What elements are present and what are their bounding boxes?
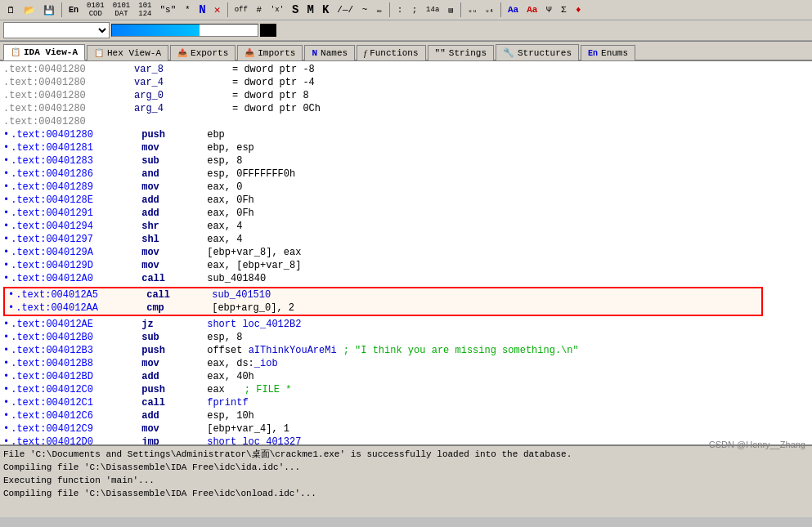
toolbar-btn-star[interactable]: * (181, 2, 194, 18)
toolbar-btn-5[interactable]: 0101COD (83, 2, 108, 18)
code-line-call-401840: • .text:004012A0 call sub_401840 (0, 272, 812, 285)
status-line-1: File 'C:\Documents and Settings\Administ… (3, 448, 809, 461)
code-line-mov-ebp: • .text:00401281 mov ebp, esp (0, 141, 812, 154)
toolbar-btn-struct[interactable]: ▤ (444, 2, 457, 18)
toolbar-btn-psi[interactable]: Ψ (542, 2, 555, 18)
tab-label-imports: Imports (258, 48, 295, 58)
toolbar-btn-dash[interactable]: /—/ (334, 2, 357, 18)
toolbar-btn-semi[interactable]: ; (408, 2, 421, 18)
toolbar-btn-S-big[interactable]: S (289, 2, 302, 18)
sep-4 (460, 2, 461, 17)
code-line-call-fprintf: • .text:004012C1 call fprintf (0, 396, 812, 409)
tab-icon-hex-view-a: 📋 (94, 48, 104, 58)
code-line-arg4: .text:00401280 arg_4 = dword ptr 0Ch (0, 102, 812, 115)
main-code-area[interactable]: .text:00401280 var_8 = dword ptr -8 .tex… (0, 61, 812, 445)
toolbar-btn-special[interactable]: ♦ (572, 2, 585, 18)
progress-indicator (260, 24, 276, 37)
toolbar-btn-14b[interactable]: ᵤ₄ (482, 2, 497, 18)
tab-label-exports: Exports (191, 48, 228, 58)
toolbar-btn-3[interactable]: 💾 (40, 2, 58, 18)
toolbar-btn-aa[interactable]: Aa (505, 2, 522, 18)
toolbar-btn-14a[interactable]: 14a (423, 2, 442, 18)
code-line-mov-var4-1: • .text:004012C9 mov [ebp+var_4], 1 (0, 422, 812, 435)
toolbar-btn-6[interactable]: 0101DAT (110, 2, 134, 18)
tab-icon-ida-view-a: 📋 (11, 47, 20, 57)
toolbar-area: 🗒 📂 💾 En 0101COD 0101DAT 101124 "s" * N … (0, 0, 812, 42)
function-dropdown[interactable] (3, 22, 110, 38)
tab-ida-view-a[interactable]: 📋 IDA View-A (3, 44, 85, 60)
toolbar-btn-off[interactable]: off (231, 2, 251, 18)
toolbar-btn-hash[interactable]: # (253, 2, 266, 18)
toolbar-btn-7[interactable]: 101124 (135, 2, 155, 18)
code-line-sub-esp: • .text:00401283 sub esp, 8 (0, 154, 812, 167)
tab-label-enums: Enums (601, 48, 628, 58)
watermark: CSDN @Henry__Zhang (709, 440, 805, 449)
status-line-4: Compiling file 'C:\Disassemble\IDA Free\… (3, 487, 809, 500)
tab-icon-names: N (312, 48, 317, 58)
code-line-push-offset: • .text:004012B3 push offset aIThinkYouA… (0, 344, 812, 357)
tab-exports[interactable]: 📤 Exports (170, 45, 236, 60)
code-line-sub-esp-8: • .text:004012B0 sub esp, 8 (0, 331, 812, 344)
code-line-and-esp: • .text:00401286 and esp, 0FFFFFFF0h (0, 167, 812, 181)
toolbar-btn-aa2[interactable]: Aa (523, 2, 541, 18)
tab-icon-structures: 🔧 (503, 47, 514, 58)
toolbar-btn-sigma[interactable]: Σ (557, 2, 570, 18)
status-line-2: Compiling file 'C:\Disassemble\IDA Free\… (3, 461, 809, 474)
toolbar-btn-s[interactable]: "s" (156, 2, 179, 18)
code-line-mov-eax-var8: • .text:0040129D mov eax, [ebp+var_8] (0, 259, 812, 272)
code-line-call-401510: • .text:004012A5 call sub_401510 (5, 288, 761, 301)
status-bar: File 'C:\Documents and Settings\Administ… (0, 445, 812, 517)
code-line-add-esp-10: • .text:004012C6 add esp, 10h (0, 409, 812, 422)
tab-structures[interactable]: 🔧 Structures (496, 44, 579, 60)
status-line-3: Executing function 'main'... (3, 474, 809, 487)
tab-label-strings: Strings (449, 48, 487, 58)
tab-functions[interactable]: f Functions (357, 45, 425, 60)
code-line-push-ebp: • .text:00401280 push ebp (0, 128, 812, 141)
toolbar-row-1: 🗒 📂 💾 En 0101COD 0101DAT 101124 "s" * N … (0, 0, 812, 20)
tab-icon-enums: En (588, 49, 598, 58)
code-line-empty: .text:00401280 (0, 115, 812, 128)
tab-label-hex-view-a: Hex View-A (107, 48, 161, 58)
toolbar-btn-n[interactable]: N (195, 2, 209, 18)
code-line-jmp-401327: • .text:004012D0 jmp short loc_401327 (0, 435, 812, 445)
toolbar-btn-tilde[interactable]: ~ (358, 2, 371, 18)
toolbar-btn-uu[interactable]: ᵤᵤ (464, 2, 480, 18)
tab-names[interactable]: N Names (304, 45, 355, 60)
code-line-push-eax: • .text:004012C0 push eax ; FILE * (0, 383, 812, 396)
code-line-add-eax-40h: • .text:004012BD add eax, 40h (0, 370, 812, 383)
sep-1 (61, 2, 62, 17)
tab-label-ida-view-a: IDA View-A (24, 47, 78, 57)
code-line-var4: .text:00401280 var_4 = dword ptr -4 (0, 76, 812, 89)
tab-label-structures: Structures (518, 48, 572, 58)
tab-hex-view-a[interactable]: 📋 Hex View-A (87, 45, 168, 60)
tab-icon-exports: 📤 (177, 48, 187, 58)
code-line-var8: .text:00401280 var_8 = dword ptr -8 (0, 63, 812, 76)
addr-var4: .text:00401280 (3, 76, 134, 89)
toolbar-btn-pen[interactable]: ✏ (373, 2, 386, 18)
addr-var8: .text:00401280 (3, 63, 134, 76)
tab-bar: 📋 IDA View-A 📋 Hex View-A 📤 Exports 📥 Im… (0, 42, 812, 61)
toolbar-btn-M[interactable]: M (303, 2, 316, 18)
code-line-shr: • .text:00401294 shr eax, 4 (0, 220, 812, 233)
tab-icon-imports: 📥 (244, 48, 254, 58)
tab-strings[interactable]: "" Strings (428, 45, 494, 60)
addr-push: .text:00401280 (11, 128, 141, 141)
toolbar-btn-x2[interactable]: 'x' (267, 2, 287, 18)
toolbar-btn-x[interactable]: ✕ (211, 2, 224, 18)
toolbar-btn-1[interactable]: 🗒 (3, 2, 19, 18)
toolbar-btn-4[interactable]: En (65, 2, 82, 18)
toolbar-btn-2[interactable]: 📂 (20, 2, 38, 18)
progress-bar-container (111, 24, 258, 37)
highlighted-block: • .text:004012A5 call sub_401510 • .text… (3, 287, 763, 316)
tab-label-names: Names (321, 48, 348, 58)
sep-2 (227, 2, 228, 17)
toolbar-btn-K[interactable]: K (319, 2, 332, 18)
tab-icon-functions: f (364, 48, 366, 58)
code-line-mov-eax-iob: • .text:004012B8 mov eax, ds:_iob (0, 357, 812, 370)
tab-icon-strings: "" (435, 48, 446, 58)
tab-imports[interactable]: 📥 Imports (237, 45, 303, 60)
sep-3 (389, 2, 390, 17)
toolbar-row-2 (0, 20, 812, 41)
tab-enums[interactable]: En Enums (581, 45, 635, 60)
toolbar-btn-dot[interactable]: : (393, 2, 406, 18)
